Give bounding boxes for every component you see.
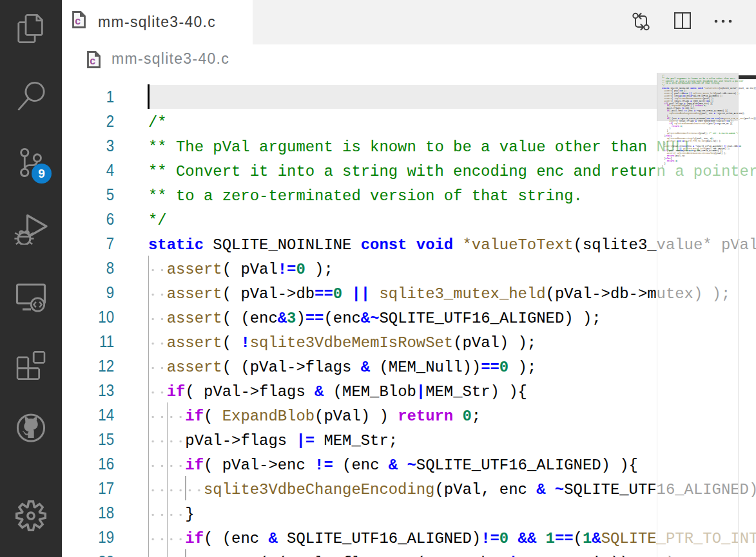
svg-text:c: c (90, 55, 95, 66)
svg-text:c: c (75, 15, 81, 26)
